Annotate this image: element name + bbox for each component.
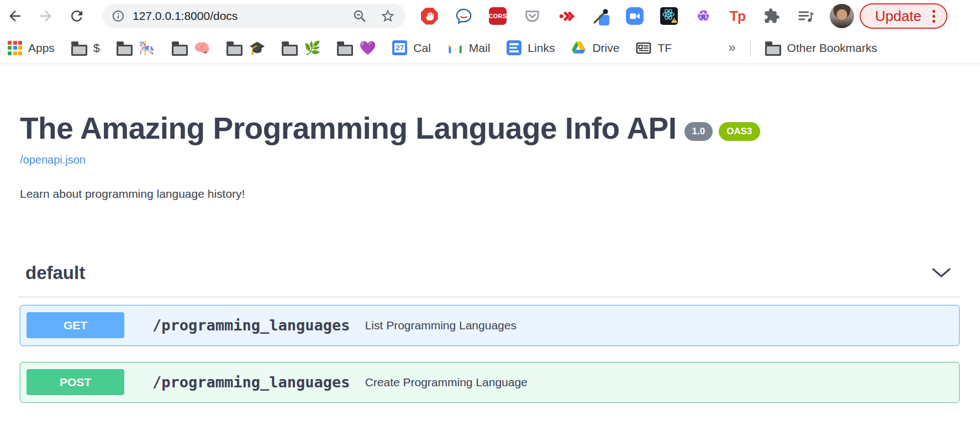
bookmarks-divider (750, 40, 751, 56)
adblocker-extension-button[interactable] (420, 7, 439, 25)
chat-extension-button[interactable] (454, 7, 473, 25)
section-title: default (25, 262, 85, 283)
google-calendar-icon: 27 (392, 40, 407, 55)
bookmark-label: Apps (28, 41, 55, 55)
folder-icon (337, 45, 353, 56)
share-extension-button[interactable] (557, 7, 576, 25)
browser-window: 127.0.0.1:8000/docs CORS (0, 0, 980, 431)
bookmark-label: TF (657, 41, 672, 55)
endpoint-summary: Create Programming Language (365, 376, 528, 389)
url-text: 127.0.0.1:8000/docs (133, 9, 238, 23)
apps-grid-icon (8, 41, 22, 55)
endpoint-summary: List Programming Languages (365, 319, 517, 332)
bookmark-links[interactable]: Links (507, 40, 555, 55)
api-title: The Amazing Programming Language Info AP… (20, 113, 677, 145)
zoom-out-magnifier-icon (352, 9, 367, 23)
bookmark-gmail[interactable]: Mail (447, 41, 491, 55)
folder-icon (71, 45, 87, 56)
links-list-icon (507, 40, 521, 55)
back-button[interactable] (6, 7, 24, 25)
version-badge: 1.0 (684, 122, 713, 141)
other-bookmarks-button[interactable]: Other Bookmarks (765, 40, 877, 56)
bookmark-folder-money[interactable]: $ (71, 40, 100, 56)
bookmark-label: 🧠 (194, 41, 210, 55)
react-atom-icon (660, 7, 678, 25)
endpoint-row-get-programming-languages[interactable]: GET /programming_languages List Programm… (20, 305, 960, 346)
recycle-core-icon (701, 14, 705, 19)
forward-button[interactable] (36, 7, 55, 25)
bookmark-label: Drive (592, 41, 619, 55)
openapi-json-link[interactable]: /openapi.json (20, 154, 86, 166)
bookmark-label: Mail (469, 41, 491, 55)
pocket-icon (523, 7, 541, 25)
bookmarks-right-group: » Other Bookmarks (729, 40, 972, 56)
back-arrow-icon (7, 8, 23, 24)
bookmark-label: Cal (413, 41, 431, 55)
folder-icon (172, 45, 188, 56)
bookmark-folder-education[interactable]: 🎓 (226, 40, 265, 56)
bookmark-folder-herb[interactable]: 🌿 (282, 40, 320, 56)
tp-logo-icon: Tp (730, 8, 746, 24)
bookmark-label: 💜 (359, 41, 376, 55)
bookmark-calendar[interactable]: 27 Cal (392, 40, 431, 55)
toucan-extension-button[interactable]: Tp (728, 7, 747, 25)
chevron-down-icon[interactable] (931, 267, 951, 278)
bookmark-apps[interactable]: Apps (8, 41, 55, 55)
recycle-extension-button[interactable]: ♻ (694, 7, 713, 25)
bookmark-label: 🌿 (304, 41, 320, 55)
reload-button[interactable] (67, 7, 86, 25)
folder-icon (282, 45, 298, 56)
zoom-level-button[interactable] (352, 9, 367, 23)
google-drive-icon (571, 41, 586, 55)
default-section-header[interactable]: default (0, 262, 980, 283)
folder-icon (765, 45, 781, 56)
gmail-icon (447, 41, 463, 55)
swagger-ui-page: The Amazing Programming Language Info AP… (0, 64, 980, 403)
address-bar[interactable]: 127.0.0.1:8000/docs (103, 4, 405, 28)
zoom-app-extension-button[interactable] (625, 7, 644, 25)
cors-icon: CORS (489, 7, 507, 25)
card-doc-icon (636, 41, 651, 55)
oas3-badge: OAS3 (719, 122, 760, 141)
operations-list: GET /programming_languages List Programm… (0, 305, 980, 403)
endpoint-row-post-programming-languages[interactable]: POST /programming_languages Create Progr… (20, 362, 960, 403)
bookmark-tf[interactable]: TF (636, 41, 672, 55)
bookmark-drive[interactable]: Drive (571, 41, 619, 55)
bookmark-label: 🎠 (139, 41, 155, 55)
folder-icon (226, 45, 243, 56)
profile-avatar[interactable] (830, 4, 854, 28)
pocket-extension-button[interactable] (523, 7, 541, 25)
extensions-menu-button[interactable] (762, 7, 781, 25)
red-share-icon (557, 7, 576, 25)
bookmark-folder-brain[interactable]: 🧠 (172, 40, 210, 56)
color-picker-extension-button[interactable] (591, 7, 610, 25)
puzzle-piece-icon (763, 8, 780, 24)
other-bookmarks-label: Other Bookmarks (787, 41, 877, 55)
media-controls-button[interactable] (797, 7, 815, 25)
section-divider (18, 297, 960, 297)
chat-bubble-icon (455, 7, 473, 25)
bookmarks-overflow-button[interactable]: » (729, 40, 736, 55)
api-description: Learn about programming language history… (20, 187, 958, 201)
bookmark-folder-purple-heart[interactable]: 💜 (337, 40, 376, 56)
endpoint-path: /programming_languages (152, 374, 350, 391)
bookmark-label: Links (528, 41, 555, 55)
site-info-icon[interactable] (112, 9, 125, 23)
extensions-row: CORS (420, 7, 815, 25)
cors-extension-button[interactable]: CORS (488, 7, 507, 25)
reload-icon (69, 8, 85, 24)
update-chrome-button[interactable]: Update (860, 3, 947, 29)
api-info-block: The Amazing Programming Language Info AP… (0, 64, 980, 201)
bookmarks-bar: Apps $ 🎠 🧠 🎓 🌿 💜 27 (0, 32, 980, 64)
title-badges: 1.0 OAS3 (684, 122, 760, 141)
bookmark-star-button[interactable] (380, 8, 396, 24)
react-devtools-extension-button[interactable] (660, 7, 678, 25)
bookmark-label: $ (93, 41, 100, 55)
bookmark-folder-carousel[interactable]: 🎠 (117, 40, 155, 56)
folder-icon (117, 45, 133, 56)
browser-toolbar: 127.0.0.1:8000/docs CORS (0, 0, 980, 32)
bookmark-label: 🎓 (249, 41, 265, 55)
method-badge-post: POST (27, 369, 124, 395)
browser-menu-kebab-icon[interactable] (932, 10, 935, 23)
method-badge-get: GET (27, 312, 124, 338)
